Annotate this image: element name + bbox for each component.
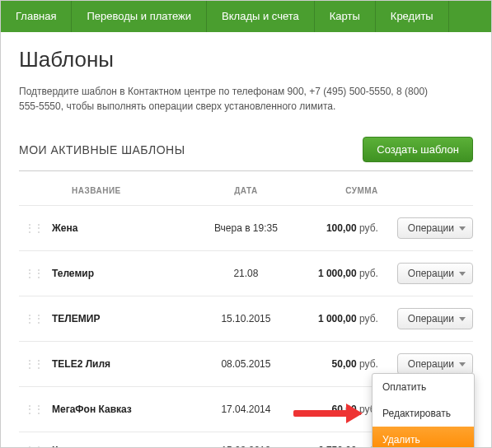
table-row: ⋮⋮Телемир21.081 000,00 руб.Операции bbox=[19, 251, 473, 296]
create-template-button[interactable]: Создать шаблон bbox=[363, 137, 473, 162]
col-sum: СУММА bbox=[294, 180, 383, 206]
template-sum: 6 750,00 руб. bbox=[294, 432, 383, 449]
nav-item-2[interactable]: Вклады и счета bbox=[207, 1, 315, 32]
template-sum: 60,00 руб. bbox=[294, 387, 383, 432]
section-header: МОИ АКТИВНЫЕ ШАБЛОНЫ Создать шаблон bbox=[19, 137, 473, 171]
template-name: МегаФон Кавказ bbox=[47, 387, 198, 432]
template-name: TELE2 Лиля bbox=[47, 342, 198, 387]
col-date: ДАТА bbox=[198, 180, 294, 206]
chevron-down-icon bbox=[459, 226, 466, 231]
nav-item-3[interactable]: Карты bbox=[315, 1, 376, 32]
template-name: Телемир bbox=[47, 251, 198, 296]
template-sum: 1 000,00 руб. bbox=[294, 296, 383, 342]
template-date: 21.08 bbox=[198, 251, 294, 296]
col-name: НАЗВАНИЕ bbox=[47, 180, 198, 206]
operations-menu: Оплатить Редактировать Удалить bbox=[372, 373, 475, 448]
menu-delete[interactable]: Удалить bbox=[373, 427, 474, 448]
template-name: Жена bbox=[47, 206, 198, 251]
drag-handle-icon[interactable]: ⋮⋮ bbox=[19, 342, 47, 387]
nav-item-1[interactable]: Переводы и платежи bbox=[72, 1, 207, 32]
chevron-down-icon bbox=[459, 272, 466, 276]
template-name: Кредит bbox=[47, 432, 198, 449]
info-note: Подтвердите шаблон в Контактном центре п… bbox=[19, 84, 447, 114]
menu-edit[interactable]: Редактировать bbox=[373, 400, 474, 427]
template-date: Вчера в 19:35 bbox=[198, 206, 294, 251]
template-name: ТЕЛЕМИР bbox=[47, 296, 198, 342]
drag-handle-icon[interactable]: ⋮⋮ bbox=[19, 251, 47, 296]
template-date: 17.04.2014 bbox=[198, 387, 294, 432]
table-row: ⋮⋮ТЕЛЕМИР15.10.20151 000,00 руб.Операции bbox=[19, 296, 473, 342]
template-date: 15.10.2015 bbox=[198, 296, 294, 342]
operations-button[interactable]: Операции bbox=[397, 353, 473, 375]
drag-handle-icon[interactable]: ⋮⋮ bbox=[19, 432, 47, 449]
drag-handle-icon[interactable]: ⋮⋮ bbox=[19, 296, 47, 342]
drag-handle-icon[interactable]: ⋮⋮ bbox=[19, 387, 47, 432]
chevron-down-icon bbox=[459, 362, 466, 366]
menu-pay[interactable]: Оплатить bbox=[373, 374, 474, 400]
active-templates-title: МОИ АКТИВНЫЕ ШАБЛОНЫ bbox=[19, 143, 185, 156]
template-sum: 50,00 руб. bbox=[294, 342, 383, 387]
nav-item-0[interactable]: Главная bbox=[1, 1, 72, 32]
table-row: ⋮⋮ЖенаВчера в 19:35100,00 руб.Операции bbox=[19, 206, 473, 251]
template-date: 08.05.2015 bbox=[198, 342, 294, 387]
template-date: 15.03.2012 bbox=[198, 432, 294, 449]
chevron-down-icon bbox=[459, 317, 466, 321]
page-title: Шаблоны bbox=[19, 47, 473, 72]
template-sum: 1 000,00 руб. bbox=[294, 251, 383, 296]
template-sum: 100,00 руб. bbox=[294, 206, 383, 251]
operations-button[interactable]: Операции bbox=[397, 308, 473, 329]
nav-item-4[interactable]: Кредиты bbox=[376, 1, 449, 32]
drag-handle-icon[interactable]: ⋮⋮ bbox=[19, 206, 47, 251]
operations-button[interactable]: Операции bbox=[397, 217, 473, 239]
top-nav: ГлавнаяПереводы и платежиВклады и счетаК… bbox=[1, 1, 491, 32]
operations-button[interactable]: Операции bbox=[397, 263, 473, 284]
